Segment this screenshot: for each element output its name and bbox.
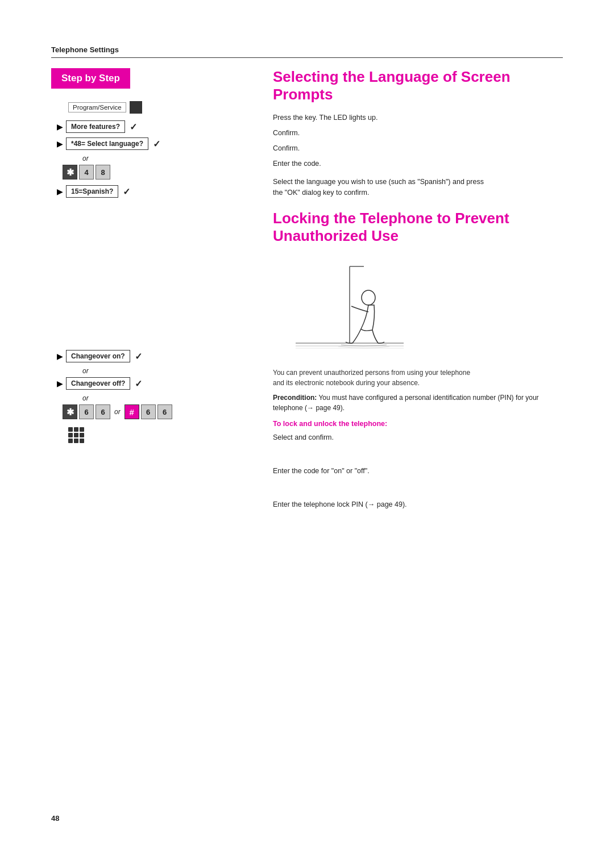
section2-title: Locking the Telephone to Prevent Unautho… [273, 210, 563, 245]
precondition-text: Precondition: You must have configured a… [273, 393, 563, 413]
code-6b: 6 [96, 404, 110, 419]
program-service-box: Program/Service [68, 102, 126, 112]
select-language-box: *48= Select language? [66, 137, 148, 150]
select-language-row: ▶ *48= Select language? ✓ [57, 137, 250, 150]
enter-pin: Enter the telephone lock PIN (→ page 49)… [273, 499, 563, 510]
to-lock-label: To lock and unlock the telephone: [273, 420, 563, 428]
body1: You can prevent unauthorized persons fro… [273, 368, 563, 388]
code-row-2: ✱ 6 6 or # 6 6 [63, 404, 250, 419]
code-6a: 6 [79, 404, 94, 419]
code-6c: 6 [141, 404, 156, 419]
section1-title: Selecting the Language of Screen Prompts [273, 68, 563, 103]
check-5: ✓ [135, 378, 142, 389]
desc5: Select the language you wish to use (suc… [273, 177, 563, 198]
code-star-1: ✱ [63, 165, 77, 180]
or-2: or [82, 367, 250, 375]
check-4: ✓ [135, 351, 142, 362]
code-hash: # [125, 404, 139, 419]
arrow-icon-1: ▶ [57, 122, 63, 131]
code-row-1: ✱ 4 8 [63, 165, 250, 180]
keypad-grid-icon [68, 427, 250, 443]
spanish-row: ▶ 15=Spanish? ✓ [57, 185, 250, 198]
changeover-on-box: Changeover on? [66, 350, 130, 362]
desc3: Confirm. [273, 143, 563, 154]
more-features-row: ▶ More features? ✓ [57, 120, 250, 133]
check-1: ✓ [130, 122, 137, 132]
left-column: Step by Step Program/Service ▶ More feat… [51, 68, 267, 514]
spanish-box: 15=Spanish? [66, 185, 118, 198]
arrow-icon-5: ▶ [57, 379, 63, 388]
changeover-on-row: ▶ Changeover on? ✓ [57, 350, 250, 362]
step-by-step-banner: Step by Step [51, 68, 130, 89]
check-2: ✓ [153, 139, 160, 149]
code-6d: 6 [157, 404, 172, 419]
arrow-icon-3: ▶ [57, 187, 63, 196]
desc1: Press the key. The LED lights up. [273, 112, 563, 123]
select-confirm: Select and confirm. [273, 432, 563, 443]
or-3: or [82, 394, 250, 402]
illustration [284, 255, 409, 357]
arrow-icon-2: ▶ [57, 139, 63, 148]
black-square-icon [130, 101, 142, 114]
or-1: or [82, 155, 250, 162]
more-features-box: More features? [66, 120, 125, 133]
program-service-row: Program/Service [68, 101, 250, 114]
changeover-off-row: ▶ Changeover off? ✓ [57, 377, 250, 390]
changeover-off-box: Changeover off? [66, 377, 130, 390]
page-header: Telephone Settings [51, 45, 563, 58]
page-header-title: Telephone Settings [51, 45, 119, 54]
arrow-icon-4: ▶ [57, 352, 63, 361]
desc4: Enter the code. [273, 158, 563, 169]
enter-code: Enter the code for "on" or "off". [273, 466, 563, 477]
right-column: Selecting the Language of Screen Prompts… [267, 68, 563, 514]
code-4: 4 [79, 165, 94, 180]
or-inline: or [114, 408, 121, 416]
desc2: Confirm. [273, 128, 563, 139]
code-star-2: ✱ [63, 404, 77, 419]
check-3: ✓ [123, 186, 130, 197]
page-number: 48 [51, 814, 59, 823]
svg-point-5 [362, 290, 375, 305]
code-8: 8 [96, 165, 110, 180]
